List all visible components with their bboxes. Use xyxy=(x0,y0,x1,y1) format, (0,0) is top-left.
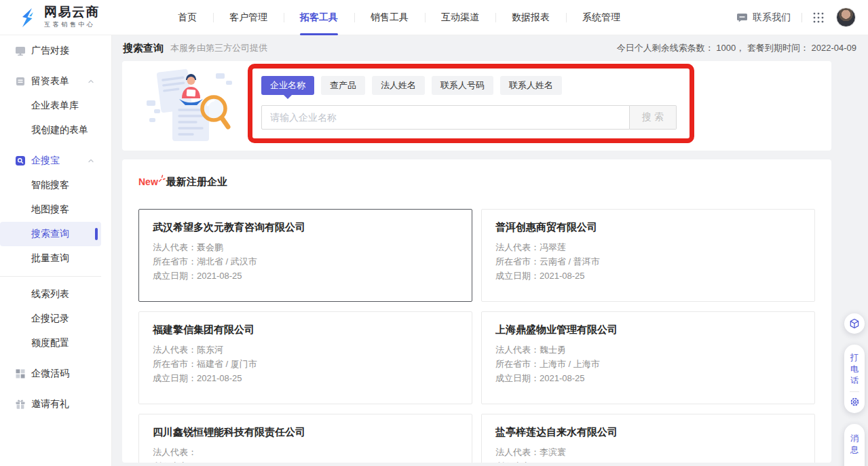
sidebar-item[interactable]: 企业表单库 xyxy=(0,94,101,118)
founded-date-label: 成立日期： xyxy=(495,373,540,383)
sidebar-item-label: 我创建的表单 xyxy=(31,124,88,136)
company-name: 武汉希望多次元教育咨询有限公司 xyxy=(153,221,458,234)
company-name: 盐亭梓莲达自来水有限公司 xyxy=(495,426,801,439)
nav-item[interactable]: 数据报表 xyxy=(495,0,566,35)
nav-item[interactable]: 拓客工具 xyxy=(284,0,354,35)
nav-item[interactable]: 销售工具 xyxy=(354,0,425,35)
founded-date-value: 2021-08-25 xyxy=(197,271,242,281)
sidebar-item[interactable]: 留资表单 xyxy=(0,69,101,94)
nav-item[interactable]: 互动渠道 xyxy=(425,0,495,35)
region-label: 所在省市： xyxy=(153,256,197,267)
page-subtitle: 本服务由第三方公司提供 xyxy=(170,42,267,54)
contact-us-label: 联系我们 xyxy=(753,12,791,24)
sidebar: 广告对接 留资表单 企业表单库 我创建的表单 xyxy=(0,35,112,466)
legal-rep-value: 李滨寰 xyxy=(540,447,566,457)
message-label: 消息 xyxy=(850,433,859,456)
gift-icon xyxy=(15,399,26,410)
search-type-tab[interactable]: 法人姓名 xyxy=(372,76,425,95)
sidebar-item[interactable]: 企微活码 xyxy=(0,362,101,386)
search-type-tab[interactable]: 企业名称 xyxy=(261,76,314,95)
sidebar-item-label: 地图搜客 xyxy=(31,203,69,216)
logo-title: 网易云商 xyxy=(44,5,100,19)
nav-item[interactable]: 系统管理 xyxy=(566,0,637,35)
region-label: 所在省市： xyxy=(495,359,540,369)
sidebar-item[interactable]: 企搜宝 xyxy=(0,149,101,173)
sidebar-item-label: 额度配置 xyxy=(31,337,69,349)
gear-icon[interactable] xyxy=(850,397,860,407)
call-phone-button[interactable]: 打电话 xyxy=(844,345,865,413)
product-cube-button[interactable] xyxy=(844,313,865,334)
sidebar-item[interactable]: 额度配置 xyxy=(0,331,101,355)
contact-us-button[interactable]: 联系我们 xyxy=(736,12,791,24)
search-panel: 企业名称 查产品 法人姓名 联系人号码 联系人姓名 搜 索 xyxy=(122,61,831,151)
nav-item[interactable]: 客户管理 xyxy=(213,0,284,35)
sidebar-item[interactable]: 批量查询 xyxy=(0,246,101,271)
search-type-tabs: 企业名称 查产品 法人姓名 联系人号码 联系人姓名 xyxy=(261,76,677,95)
sidebar-item-label: 企业表单库 xyxy=(31,100,79,112)
call-phone-label: 打电话 xyxy=(850,352,859,387)
search-type-tab[interactable]: 查产品 xyxy=(321,76,365,95)
sidebar-item[interactable] xyxy=(0,276,101,277)
legal-rep-value: 冯翠莲 xyxy=(540,242,566,252)
company-cards-grid: 武汉希望多次元教育咨询有限公司 法人代表：聂会鹏 所在省市：湖北省 / 武汉市 … xyxy=(138,209,815,463)
company-card[interactable]: 武汉希望多次元教育咨询有限公司 法人代表：聂会鹏 所在省市：湖北省 / 武汉市 … xyxy=(138,209,472,302)
company-name: 上海鼎盛物业管理有限公司 xyxy=(495,324,801,336)
search-input[interactable] xyxy=(261,105,630,130)
founded-date-label: 成立日期： xyxy=(153,373,197,383)
company-card[interactable]: 福建擎信集团有限公司 法人代表：陈东河 所在省市：福建省 / 厦门市 成立日期：… xyxy=(138,311,472,404)
sidebar-item[interactable]: 智能搜客 xyxy=(0,173,101,197)
sidebar-item[interactable]: 企搜记录 xyxy=(0,307,101,331)
pill-divider xyxy=(850,391,859,392)
top-nav: 首页 客户管理 拓客工具 销售工具 互动渠道 数据报表 系统管理 xyxy=(162,0,637,35)
page-title: 搜索查询 xyxy=(123,42,164,55)
avatar[interactable] xyxy=(836,7,856,27)
page-header: 搜索查询 本服务由第三方公司提供 今日个人剩余线索条数： 1000， 套餐到期时… xyxy=(112,35,868,61)
region-value: 云南省 / 普洱市 xyxy=(540,256,600,267)
sidebar-item[interactable]: 广告对接 xyxy=(0,39,101,63)
region-value: 上海市 / 上海市 xyxy=(540,359,600,369)
sidebar-item[interactable]: 线索列表 xyxy=(0,282,101,307)
sidebar-item-label: 广告对接 xyxy=(31,45,69,57)
legal-rep-value: 陈东河 xyxy=(197,345,223,355)
company-card[interactable]: 盐亭梓莲达自来水有限公司 法人代表：李滨寰 所在省市： 成立日期： xyxy=(481,414,815,463)
region-label: 所在省市： xyxy=(153,461,197,463)
apps-grid-icon[interactable] xyxy=(813,12,824,23)
logo: 网易云商 互客销售中心 xyxy=(16,5,149,29)
legal-rep-label: 法人代表： xyxy=(153,345,197,355)
sidebar-item-label: 留资表单 xyxy=(31,75,69,88)
message-button[interactable]: 消息 xyxy=(844,424,865,466)
sidebar-item-label: 企搜记录 xyxy=(31,313,69,325)
sidebar-item[interactable]: 搜索查询 xyxy=(0,222,101,246)
region-label: 所在省市： xyxy=(495,461,540,463)
main-content: 搜索查询 本服务由第三方公司提供 今日个人剩余线索条数： 1000， 套餐到期时… xyxy=(112,35,868,466)
form-icon xyxy=(15,76,26,87)
founded-date-label: 成立日期： xyxy=(153,271,197,281)
legal-rep-label: 法人代表： xyxy=(153,447,197,457)
sidebar-item[interactable]: 地图搜客 xyxy=(0,197,101,222)
sidebar-item-label: 搜索查询 xyxy=(31,228,69,240)
cube-icon xyxy=(849,318,860,329)
results-panel: New 最新注册企业 武汉希望多次元教育咨询有限公司 xyxy=(122,159,831,463)
search-button[interactable]: 搜 索 xyxy=(630,105,677,130)
company-card[interactable]: 上海鼎盛物业管理有限公司 法人代表：魏士勇 所在省市：上海市 / 上海市 成立日… xyxy=(481,311,815,404)
founded-date-label: 成立日期： xyxy=(495,271,540,281)
company-name: 普洱创惠商贸有限公司 xyxy=(495,221,801,234)
company-card[interactable]: 四川鑫锐恒锂能科技有限责任公司 法人代表： 所在省市： 成立日期： xyxy=(138,414,472,463)
legal-rep-label: 法人代表： xyxy=(495,242,540,252)
legal-rep-value: 聂会鹏 xyxy=(197,242,223,252)
company-card[interactable]: 普洱创惠商贸有限公司 法人代表：冯翠莲 所在省市：云南省 / 普洱市 成立日期：… xyxy=(481,209,815,302)
logo-subtitle: 互客销售中心 xyxy=(44,20,100,29)
sidebar-item-label: 企微活码 xyxy=(31,368,69,380)
qisoubao-icon xyxy=(15,155,26,166)
nav-item[interactable]: 首页 xyxy=(162,0,213,35)
sidebar-item-label: 批量查询 xyxy=(31,252,69,265)
sidebar-item-label: 邀请有礼 xyxy=(31,398,69,410)
chevron-up-icon xyxy=(88,157,94,164)
search-type-tab[interactable]: 联系人姓名 xyxy=(500,76,562,95)
search-type-tab[interactable]: 联系人号码 xyxy=(432,76,493,95)
sidebar-item[interactable]: 邀请有礼 xyxy=(0,392,101,416)
sidebar-item[interactable]: 我创建的表单 xyxy=(0,118,101,142)
legal-rep-value: 魏士勇 xyxy=(540,345,566,355)
sidebar-item-label: 线索列表 xyxy=(31,288,69,300)
new-badge: New xyxy=(138,176,158,188)
